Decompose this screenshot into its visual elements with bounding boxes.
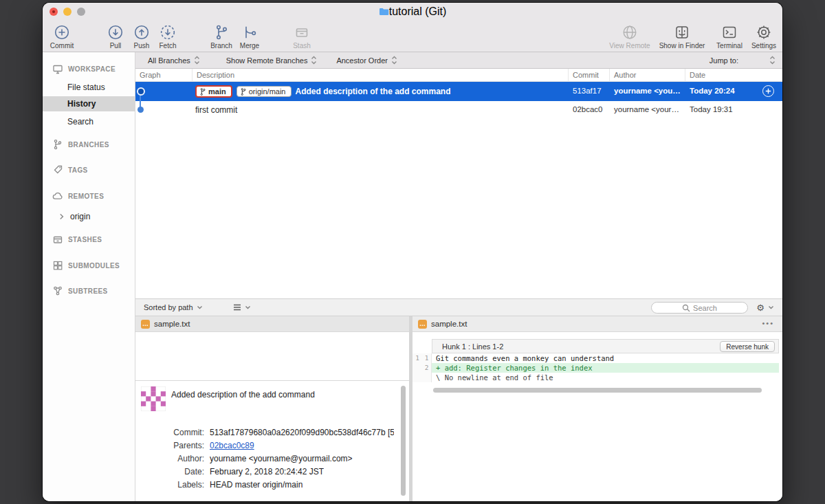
sidebar-section-submodules[interactable]: SUBMODULES [43, 259, 135, 272]
column-header-commit[interactable]: Commit [569, 69, 610, 82]
branch-badge-main[interactable]: main [195, 85, 232, 98]
view-remote-button[interactable]: View Remote [604, 23, 656, 50]
view-options-dropdown[interactable] [233, 304, 251, 311]
avatar [141, 386, 166, 411]
commit-date: Today 19:31 [690, 105, 758, 113]
fetch-icon [159, 23, 177, 41]
commit-icon [53, 23, 71, 41]
settings-label: Settings [751, 42, 776, 50]
field-label: Labels: [135, 479, 204, 492]
chevron-down-icon [768, 305, 774, 309]
branches-icon [52, 139, 63, 150]
push-icon [133, 23, 151, 41]
horizontal-scrollbar[interactable] [433, 388, 762, 393]
subtrees-icon [52, 285, 63, 296]
commit-date: Today 20:24 [690, 87, 758, 95]
diff-line-added: 2 + add: Register changes in the index [412, 363, 779, 373]
commit-button[interactable]: Commit [43, 23, 80, 50]
parent-commit-link[interactable]: 02bcac0c89 [210, 439, 254, 452]
terminal-button[interactable]: Terminal [711, 23, 748, 50]
titlebar: tutorial (Git) [43, 3, 782, 20]
stash-label: Stash [293, 42, 311, 50]
more-options-icon[interactable]: ••• [762, 319, 774, 327]
commit-author: yourname <your… [614, 105, 687, 113]
diff-file-header: … sample.txt ••• [412, 316, 782, 332]
sidebar-section-branches[interactable]: BRANCHES [43, 138, 135, 151]
branch-filter-dropdown[interactable]: All Branches [148, 56, 200, 65]
commit-detail-title: Added description of the add command [171, 390, 384, 399]
push-label: Push [134, 42, 150, 50]
diff-options-dropdown[interactable]: ⚙ [756, 303, 774, 313]
sidebar-item-search[interactable]: Search [43, 114, 135, 129]
commit-hash: 02bcac0 [573, 105, 611, 113]
chevron-right-icon[interactable] [59, 213, 64, 220]
fetch-label: Fetch [159, 42, 176, 50]
field-label: Date: [135, 465, 204, 479]
remotes-label: REMOTES [68, 193, 104, 200]
sidebar-item-history[interactable]: History [43, 96, 135, 111]
search-input[interactable]: Search [651, 302, 748, 314]
merge-label: Merge [240, 42, 259, 50]
branch-badge-origin-main[interactable]: origin/main [236, 86, 292, 97]
tag-icon [52, 164, 63, 175]
folder-icon [379, 8, 389, 16]
remote-branches-dropdown[interactable]: Show Remote Branches [226, 56, 318, 65]
field-value: HEAD master origin/main [210, 479, 302, 492]
stashes-label: STASHES [68, 236, 102, 243]
commit-row[interactable]: first commit 02bcac0 yourname <your… Tod… [135, 101, 782, 118]
jump-to-chevron-icon[interactable] [769, 56, 776, 65]
settings-button[interactable]: Settings [745, 23, 782, 50]
sidebar-section-workspace[interactable]: WORKSPACE [43, 62, 135, 76]
commit-list: Graph Description Commit Author Date mai… [135, 69, 782, 298]
merge-button[interactable]: Merge [231, 23, 268, 50]
fetch-button[interactable]: Fetch [149, 23, 186, 50]
show-in-finder-label: Show in Finder [659, 42, 705, 50]
diff-line-text: \ No newline at end of file [432, 373, 779, 382]
workspace-label: WORKSPACE [68, 65, 116, 73]
stash-button[interactable]: Stash [283, 23, 320, 50]
badge-label: origin/main [249, 87, 286, 96]
vertical-scrollbar[interactable] [401, 386, 406, 496]
sidebar-item-origin[interactable]: origin [43, 209, 135, 224]
modified-file-icon: … [418, 320, 427, 329]
sort-dropdown[interactable]: Sorted by path [144, 303, 203, 311]
sidebar-item-file-status[interactable]: File status [43, 80, 135, 95]
search-placeholder: Search [693, 304, 717, 312]
branches-label: BRANCHES [68, 141, 109, 149]
sidebar-section-tags[interactable]: TAGS [43, 163, 135, 177]
origin-label: origin [70, 212, 90, 221]
close-button[interactable] [50, 8, 58, 16]
column-header-author[interactable]: Author [610, 69, 685, 82]
file-list-pane: … sample.txt Added description of the ad… [135, 316, 409, 501]
reverse-hunk-button[interactable]: Reverse hunk [720, 341, 775, 352]
main-toolbar: Commit Pull Push Fetch Branch Merge Stas… [43, 20, 782, 52]
file-row-sample[interactable]: … sample.txt [135, 316, 409, 332]
updown-chevron-icon [311, 56, 317, 65]
updown-chevron-icon [391, 56, 397, 65]
minimize-button[interactable] [63, 8, 72, 16]
workspace-icon [52, 63, 63, 74]
show-in-finder-button[interactable]: Show in Finder [654, 23, 710, 50]
commit-description: Added description of the add command [296, 87, 451, 96]
cloud-icon [52, 190, 63, 201]
column-header-graph[interactable]: Graph [135, 69, 192, 82]
commit-row-selected[interactable]: main origin/main Added description of th… [135, 82, 782, 101]
add-button[interactable] [762, 85, 774, 97]
commit-hash: 513af17 [573, 87, 611, 95]
graph-node-head [137, 87, 145, 96]
jump-to-dropdown[interactable]: Jump to: [710, 56, 738, 65]
view-remote-label: View Remote [609, 42, 650, 50]
sidebar-section-stashes[interactable]: STASHES [43, 232, 135, 246]
sidebar-section-subtrees[interactable]: SUBTREES [43, 284, 135, 298]
jump-to-label: Jump to: [710, 56, 738, 65]
field-label: Commit: [135, 426, 204, 439]
sidebar-section-remotes[interactable]: REMOTES [43, 189, 135, 203]
search-label: Search [67, 117, 94, 127]
zoom-button[interactable] [77, 8, 85, 16]
column-header-description[interactable]: Description [192, 69, 569, 82]
diff-line-text: + add: Register changes in the index [432, 363, 779, 373]
modified-file-icon: … [141, 320, 150, 329]
column-header-date[interactable]: Date [685, 69, 782, 82]
order-dropdown[interactable]: Ancestor Order [336, 56, 397, 65]
updown-chevron-icon [194, 56, 200, 65]
